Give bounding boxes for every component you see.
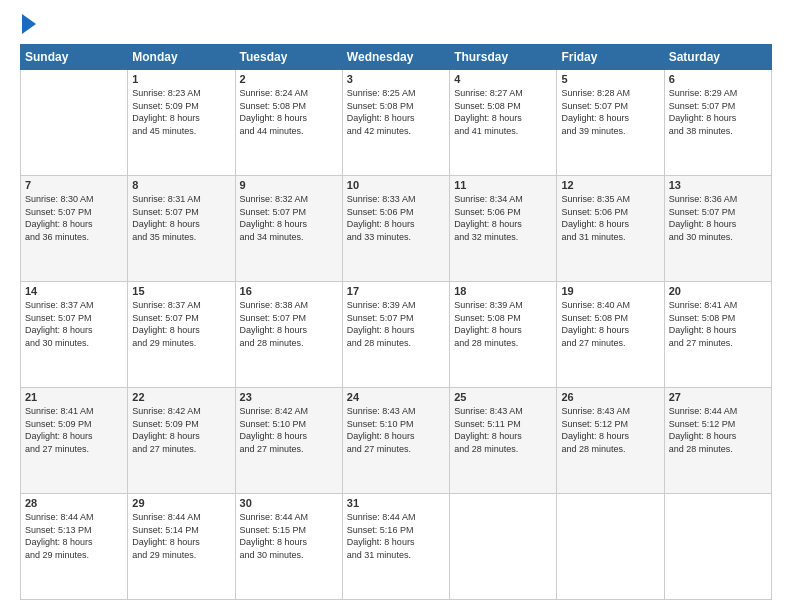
day-number: 19	[561, 285, 659, 297]
cell-content: Sunrise: 8:41 AMSunset: 5:08 PMDaylight:…	[669, 299, 767, 349]
calendar-cell: 12Sunrise: 8:35 AMSunset: 5:06 PMDayligh…	[557, 176, 664, 282]
day-number: 11	[454, 179, 552, 191]
calendar-cell: 11Sunrise: 8:34 AMSunset: 5:06 PMDayligh…	[450, 176, 557, 282]
day-number: 13	[669, 179, 767, 191]
calendar-header-tuesday: Tuesday	[235, 45, 342, 70]
calendar-cell	[450, 494, 557, 600]
calendar-header-friday: Friday	[557, 45, 664, 70]
cell-content: Sunrise: 8:44 AMSunset: 5:14 PMDaylight:…	[132, 511, 230, 561]
cell-content: Sunrise: 8:39 AMSunset: 5:08 PMDaylight:…	[454, 299, 552, 349]
calendar-cell: 17Sunrise: 8:39 AMSunset: 5:07 PMDayligh…	[342, 282, 449, 388]
day-number: 10	[347, 179, 445, 191]
calendar-cell: 5Sunrise: 8:28 AMSunset: 5:07 PMDaylight…	[557, 70, 664, 176]
day-number: 14	[25, 285, 123, 297]
day-number: 18	[454, 285, 552, 297]
calendar-cell: 13Sunrise: 8:36 AMSunset: 5:07 PMDayligh…	[664, 176, 771, 282]
cell-content: Sunrise: 8:37 AMSunset: 5:07 PMDaylight:…	[132, 299, 230, 349]
cell-content: Sunrise: 8:29 AMSunset: 5:07 PMDaylight:…	[669, 87, 767, 137]
cell-content: Sunrise: 8:32 AMSunset: 5:07 PMDaylight:…	[240, 193, 338, 243]
calendar-cell: 31Sunrise: 8:44 AMSunset: 5:16 PMDayligh…	[342, 494, 449, 600]
day-number: 8	[132, 179, 230, 191]
calendar-cell	[21, 70, 128, 176]
cell-content: Sunrise: 8:43 AMSunset: 5:12 PMDaylight:…	[561, 405, 659, 455]
calendar-cell: 19Sunrise: 8:40 AMSunset: 5:08 PMDayligh…	[557, 282, 664, 388]
cell-content: Sunrise: 8:33 AMSunset: 5:06 PMDaylight:…	[347, 193, 445, 243]
day-number: 6	[669, 73, 767, 85]
day-number: 23	[240, 391, 338, 403]
cell-content: Sunrise: 8:23 AMSunset: 5:09 PMDaylight:…	[132, 87, 230, 137]
calendar-cell: 25Sunrise: 8:43 AMSunset: 5:11 PMDayligh…	[450, 388, 557, 494]
cell-content: Sunrise: 8:24 AMSunset: 5:08 PMDaylight:…	[240, 87, 338, 137]
day-number: 2	[240, 73, 338, 85]
day-number: 28	[25, 497, 123, 509]
day-number: 27	[669, 391, 767, 403]
cell-content: Sunrise: 8:27 AMSunset: 5:08 PMDaylight:…	[454, 87, 552, 137]
cell-content: Sunrise: 8:25 AMSunset: 5:08 PMDaylight:…	[347, 87, 445, 137]
day-number: 17	[347, 285, 445, 297]
calendar-cell: 1Sunrise: 8:23 AMSunset: 5:09 PMDaylight…	[128, 70, 235, 176]
cell-content: Sunrise: 8:37 AMSunset: 5:07 PMDaylight:…	[25, 299, 123, 349]
day-number: 12	[561, 179, 659, 191]
cell-content: Sunrise: 8:43 AMSunset: 5:10 PMDaylight:…	[347, 405, 445, 455]
calendar-header-row: SundayMondayTuesdayWednesdayThursdayFrid…	[21, 45, 772, 70]
day-number: 30	[240, 497, 338, 509]
calendar-week-4: 21Sunrise: 8:41 AMSunset: 5:09 PMDayligh…	[21, 388, 772, 494]
cell-content: Sunrise: 8:44 AMSunset: 5:13 PMDaylight:…	[25, 511, 123, 561]
cell-content: Sunrise: 8:35 AMSunset: 5:06 PMDaylight:…	[561, 193, 659, 243]
day-number: 26	[561, 391, 659, 403]
cell-content: Sunrise: 8:42 AMSunset: 5:09 PMDaylight:…	[132, 405, 230, 455]
day-number: 16	[240, 285, 338, 297]
calendar-cell: 14Sunrise: 8:37 AMSunset: 5:07 PMDayligh…	[21, 282, 128, 388]
calendar-cell: 30Sunrise: 8:44 AMSunset: 5:15 PMDayligh…	[235, 494, 342, 600]
day-number: 22	[132, 391, 230, 403]
calendar-week-5: 28Sunrise: 8:44 AMSunset: 5:13 PMDayligh…	[21, 494, 772, 600]
day-number: 7	[25, 179, 123, 191]
day-number: 29	[132, 497, 230, 509]
calendar-cell: 29Sunrise: 8:44 AMSunset: 5:14 PMDayligh…	[128, 494, 235, 600]
calendar-cell: 22Sunrise: 8:42 AMSunset: 5:09 PMDayligh…	[128, 388, 235, 494]
cell-content: Sunrise: 8:39 AMSunset: 5:07 PMDaylight:…	[347, 299, 445, 349]
cell-content: Sunrise: 8:44 AMSunset: 5:12 PMDaylight:…	[669, 405, 767, 455]
day-number: 24	[347, 391, 445, 403]
calendar-cell: 16Sunrise: 8:38 AMSunset: 5:07 PMDayligh…	[235, 282, 342, 388]
page: SundayMondayTuesdayWednesdayThursdayFrid…	[0, 0, 792, 612]
calendar-cell: 18Sunrise: 8:39 AMSunset: 5:08 PMDayligh…	[450, 282, 557, 388]
cell-content: Sunrise: 8:41 AMSunset: 5:09 PMDaylight:…	[25, 405, 123, 455]
calendar-cell: 2Sunrise: 8:24 AMSunset: 5:08 PMDaylight…	[235, 70, 342, 176]
day-number: 15	[132, 285, 230, 297]
calendar-cell	[557, 494, 664, 600]
day-number: 21	[25, 391, 123, 403]
day-number: 25	[454, 391, 552, 403]
calendar-cell: 6Sunrise: 8:29 AMSunset: 5:07 PMDaylight…	[664, 70, 771, 176]
day-number: 3	[347, 73, 445, 85]
calendar-cell: 23Sunrise: 8:42 AMSunset: 5:10 PMDayligh…	[235, 388, 342, 494]
calendar-header-monday: Monday	[128, 45, 235, 70]
cell-content: Sunrise: 8:38 AMSunset: 5:07 PMDaylight:…	[240, 299, 338, 349]
logo-arrow-icon	[22, 14, 36, 34]
calendar-cell: 4Sunrise: 8:27 AMSunset: 5:08 PMDaylight…	[450, 70, 557, 176]
calendar-cell: 20Sunrise: 8:41 AMSunset: 5:08 PMDayligh…	[664, 282, 771, 388]
cell-content: Sunrise: 8:30 AMSunset: 5:07 PMDaylight:…	[25, 193, 123, 243]
calendar-cell: 10Sunrise: 8:33 AMSunset: 5:06 PMDayligh…	[342, 176, 449, 282]
day-number: 5	[561, 73, 659, 85]
cell-content: Sunrise: 8:40 AMSunset: 5:08 PMDaylight:…	[561, 299, 659, 349]
calendar-cell: 9Sunrise: 8:32 AMSunset: 5:07 PMDaylight…	[235, 176, 342, 282]
calendar-cell: 24Sunrise: 8:43 AMSunset: 5:10 PMDayligh…	[342, 388, 449, 494]
cell-content: Sunrise: 8:44 AMSunset: 5:15 PMDaylight:…	[240, 511, 338, 561]
calendar-table: SundayMondayTuesdayWednesdayThursdayFrid…	[20, 44, 772, 600]
calendar-week-2: 7Sunrise: 8:30 AMSunset: 5:07 PMDaylight…	[21, 176, 772, 282]
calendar-cell	[664, 494, 771, 600]
calendar-cell: 7Sunrise: 8:30 AMSunset: 5:07 PMDaylight…	[21, 176, 128, 282]
cell-content: Sunrise: 8:34 AMSunset: 5:06 PMDaylight:…	[454, 193, 552, 243]
calendar-cell: 21Sunrise: 8:41 AMSunset: 5:09 PMDayligh…	[21, 388, 128, 494]
calendar-header-saturday: Saturday	[664, 45, 771, 70]
cell-content: Sunrise: 8:28 AMSunset: 5:07 PMDaylight:…	[561, 87, 659, 137]
day-number: 20	[669, 285, 767, 297]
calendar-cell: 3Sunrise: 8:25 AMSunset: 5:08 PMDaylight…	[342, 70, 449, 176]
header	[20, 18, 772, 34]
calendar-week-3: 14Sunrise: 8:37 AMSunset: 5:07 PMDayligh…	[21, 282, 772, 388]
day-number: 9	[240, 179, 338, 191]
logo	[20, 18, 36, 34]
calendar-week-1: 1Sunrise: 8:23 AMSunset: 5:09 PMDaylight…	[21, 70, 772, 176]
cell-content: Sunrise: 8:42 AMSunset: 5:10 PMDaylight:…	[240, 405, 338, 455]
